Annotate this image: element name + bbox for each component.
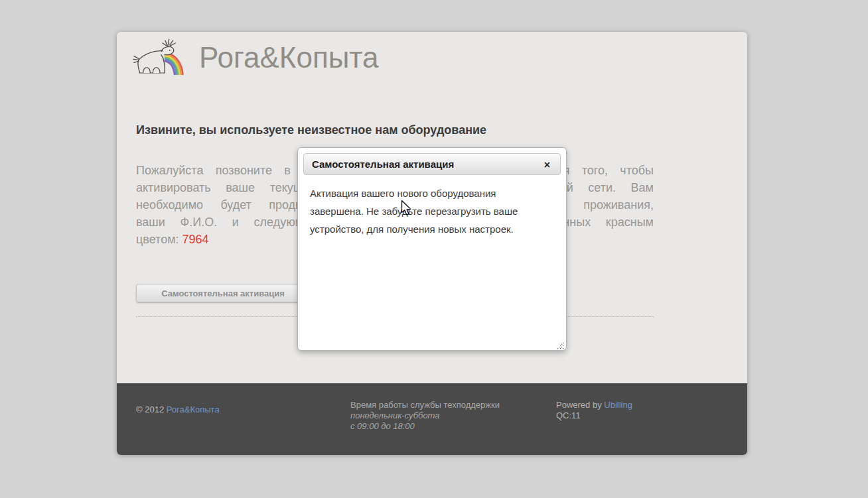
- last-line-prefix: цветом:: [136, 233, 182, 246]
- page: Рога&Копыта Извините, вы используете неи…: [0, 0, 868, 498]
- brand-title: Рога&Копыта: [199, 38, 378, 78]
- self-activation-modal: Самостоятельная активация × Активация ва…: [297, 147, 567, 351]
- resize-handle-icon[interactable]: [556, 340, 565, 349]
- site-header: Рога&Копыта: [133, 37, 378, 78]
- close-icon[interactable]: ×: [540, 154, 554, 176]
- footer-powered-by: Powered by Ubilling QC:11: [556, 400, 632, 421]
- ubilling-link[interactable]: Ubilling: [604, 400, 632, 410]
- unicorn-rainbow-logo-icon: [133, 37, 191, 78]
- modal-title: Самостоятельная активация: [312, 158, 454, 170]
- modal-body-text: Активация вашего нового оборудования зав…: [303, 175, 561, 238]
- qc-counter: QC:11: [556, 410, 632, 421]
- support-time: с 09:00 до 18:00: [350, 421, 500, 432]
- footer: © 2012 Рога&Копыта Время работы службы т…: [117, 383, 747, 455]
- self-activation-button[interactable]: Самостоятельная активация: [136, 284, 310, 302]
- page-heading: Извините, вы используете неизвестное нам…: [136, 123, 654, 137]
- modal-header[interactable]: Самостоятельная активация ×: [303, 153, 561, 175]
- footer-support-hours: Время работы службы техподдержки понедел…: [350, 400, 500, 432]
- copyright-brand-link[interactable]: Рога&Копыта: [167, 405, 220, 414]
- footer-copyright: © 2012 Рога&Копыта: [136, 405, 220, 414]
- powered-by-text: Powered by: [556, 400, 604, 410]
- copyright-text: © 2012: [136, 405, 167, 414]
- support-hours-title: Время работы службы техподдержки: [350, 400, 500, 410]
- activation-code: 7964: [182, 233, 209, 246]
- support-days: понедельник-суббота: [350, 410, 500, 421]
